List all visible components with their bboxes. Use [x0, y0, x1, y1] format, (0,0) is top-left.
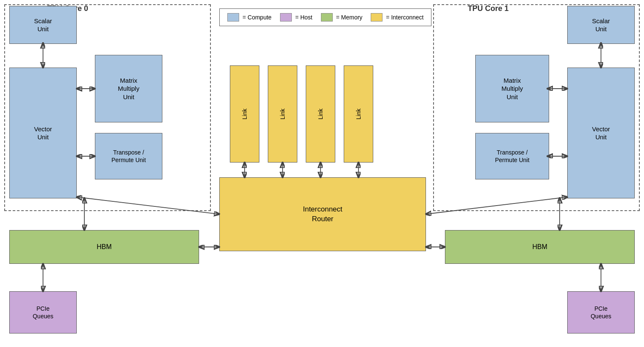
legend-compute: = Compute — [227, 13, 272, 22]
left-hbm-label: HBM — [97, 243, 112, 252]
link-2-label: Link — [279, 108, 286, 119]
legend-interconnect: = Interconnect — [371, 13, 423, 22]
legend-compute-label: = Compute — [243, 14, 272, 21]
legend-host-box — [280, 13, 292, 22]
legend-memory-box — [321, 13, 333, 22]
left-scalar-unit-label: ScalarUnit — [34, 17, 52, 33]
interconnect-router-label: InterconnectRouter — [303, 205, 342, 223]
left-vector-unit: VectorUnit — [9, 68, 77, 198]
interconnect-router: InterconnectRouter — [219, 177, 426, 251]
left-pcie: PCIeQueues — [9, 291, 77, 333]
right-vector-unit-label: VectorUnit — [592, 125, 610, 141]
right-pcie-label: PCIeQueues — [590, 305, 611, 320]
right-matrix-multiply: MatrixMultiplyUnit — [475, 55, 549, 122]
legend: = Compute = Host = Memory = Interconnect — [219, 8, 431, 26]
legend-memory: = Memory — [321, 13, 363, 22]
right-hbm: HBM — [445, 230, 635, 264]
legend-memory-label: = Memory — [336, 14, 363, 21]
link-4-label: Link — [355, 108, 362, 119]
right-pcie: PCIeQueues — [567, 291, 635, 333]
left-scalar-unit: ScalarUnit — [9, 6, 77, 44]
right-scalar-unit: ScalarUnit — [567, 6, 635, 44]
link-1-label: Link — [241, 108, 248, 119]
left-matrix-multiply-label: MatrixMultiplyUnit — [118, 76, 140, 101]
tpu-core-1-label: TPU Core 1 — [468, 4, 509, 13]
legend-interconnect-box — [371, 13, 383, 22]
legend-host-label: = Host — [295, 14, 313, 21]
left-transpose-permute: Transpose /Permute Unit — [95, 133, 162, 179]
link-1: Link — [230, 65, 259, 163]
right-matrix-multiply-label: MatrixMultiplyUnit — [501, 76, 523, 101]
legend-interconnect-label: = Interconnect — [386, 14, 423, 21]
diagram-container: = Compute = Host = Memory = Interconnect… — [0, 0, 644, 347]
link-3-label: Link — [317, 108, 324, 119]
right-scalar-unit-label: ScalarUnit — [592, 17, 610, 33]
link-2: Link — [268, 65, 297, 163]
left-pcie-label: PCIeQueues — [32, 305, 53, 320]
legend-compute-box — [227, 13, 239, 22]
right-transpose-permute-label: Transpose /Permute Unit — [495, 149, 530, 164]
left-hbm: HBM — [9, 230, 199, 264]
right-vector-unit: VectorUnit — [567, 68, 635, 198]
link-3: Link — [306, 65, 335, 163]
right-hbm-label: HBM — [532, 243, 547, 252]
right-transpose-permute: Transpose /Permute Unit — [475, 133, 549, 179]
legend-host: = Host — [280, 13, 313, 22]
link-4: Link — [344, 65, 373, 163]
left-vector-unit-label: VectorUnit — [34, 125, 52, 141]
left-matrix-multiply: MatrixMultiplyUnit — [95, 55, 162, 122]
left-transpose-permute-label: Transpose /Permute Unit — [111, 149, 146, 164]
